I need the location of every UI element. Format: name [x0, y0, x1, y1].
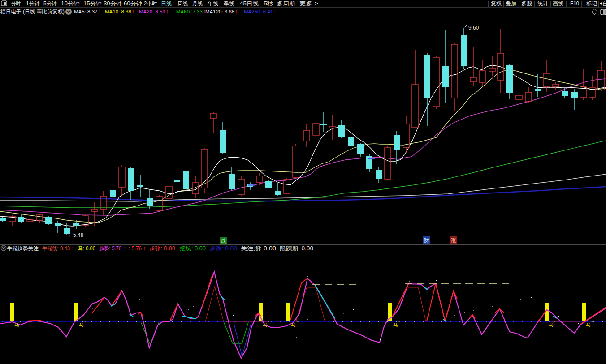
svg-text:MA10: 8.38: MA10: 8.38: [105, 9, 131, 14]
svg-text:↑: ↑: [166, 9, 169, 15]
svg-text:复权: 复权: [491, 0, 502, 7]
svg-text:马: 马: [14, 322, 19, 327]
svg-text:↑: ↑: [71, 245, 74, 252]
svg-text:↑: ↑: [123, 245, 126, 252]
svg-text:牛熊线: 8.43: 牛熊线: 8.43: [42, 245, 70, 252]
svg-text:2小时: 2小时: [144, 0, 157, 7]
svg-text:超跌: 0.00: 超跌: 0.00: [209, 245, 237, 252]
svg-text:多周期: 多周期: [277, 0, 295, 7]
svg-text:跌: 跌: [221, 238, 226, 244]
svg-text:←5.48: ←5.48: [68, 232, 84, 238]
svg-text:+自: +自: [600, 0, 606, 7]
svg-text:^: ^: [391, 320, 393, 323]
svg-text:15分钟: 15分钟: [83, 0, 102, 7]
svg-text:9.60: 9.60: [468, 25, 479, 31]
svg-text:涨: 涨: [450, 237, 456, 244]
svg-text:关注期: 0.00: 关注期: 0.00: [241, 245, 276, 252]
svg-text:MA120: 6.68: MA120: 6.68: [205, 9, 234, 14]
svg-text:超张: 0.00: 超张: 0.00: [149, 245, 175, 252]
svg-text:挖坑: 0.00: 挖坑: 0.00: [180, 245, 206, 252]
svg-text:马: 马: [263, 322, 268, 327]
svg-text:MA60: 7.33: MA60: 7.33: [176, 9, 203, 14]
svg-text:↑: ↑: [273, 9, 276, 15]
svg-text:日线: 日线: [161, 0, 172, 7]
svg-text:马: 马: [549, 322, 554, 327]
svg-text:↑: ↑: [235, 9, 238, 15]
svg-text:MA250: 6.41: MA250: 6.41: [244, 9, 273, 14]
svg-text:↑: ↑: [132, 9, 134, 15]
svg-text:年线: 年线: [208, 0, 218, 7]
svg-text:叠加: 叠加: [506, 0, 516, 7]
svg-text:马: 马: [393, 322, 398, 327]
svg-text:统计: 统计: [537, 0, 548, 7]
svg-text:MA20: 8.53: MA20: 8.53: [139, 9, 165, 14]
svg-text:↑: ↑: [143, 245, 146, 252]
svg-text:周线: 周线: [177, 0, 188, 7]
svg-text:更多 >: 更多 >: [299, 0, 318, 7]
svg-text:季线: 季线: [224, 0, 234, 7]
svg-text:MA5: 8.37: MA5: 8.37: [74, 9, 97, 14]
svg-text:马: 马: [586, 322, 591, 327]
svg-text:财: 财: [424, 237, 429, 244]
svg-text:10分钟: 10分钟: [61, 0, 80, 7]
svg-text:30分钟: 30分钟: [104, 0, 122, 7]
svg-text:45日线: 45日线: [240, 0, 259, 7]
svg-text:福日电子 (日线.等比前复权): 福日电子 (日线.等比前复权): [0, 9, 65, 15]
svg-text:60分钟: 60分钟: [124, 0, 142, 7]
svg-text:趋势: 5.76: 趋势: 5.76: [99, 245, 121, 252]
svg-text:分时: 分时: [11, 0, 21, 7]
svg-text:标记: 标记: [586, 0, 597, 7]
svg-text:↑: ↑: [98, 9, 101, 15]
svg-text:马: 马: [79, 322, 84, 327]
svg-text:1分钟: 1分钟: [26, 0, 40, 7]
svg-text:: 5.76: : 5.76: [129, 245, 142, 252]
svg-text:画线: 画线: [553, 0, 563, 7]
svg-text:马: 0.00: 马: 0.00: [78, 245, 95, 252]
svg-text:5秒: 5秒: [264, 0, 273, 7]
svg-text:月线: 月线: [192, 0, 203, 7]
svg-text:马: 马: [291, 322, 296, 327]
svg-text:多股: 多股: [521, 0, 532, 7]
svg-text:5分钟: 5分钟: [43, 0, 57, 7]
svg-text:牛熊趋势关注: 牛熊趋势关注: [7, 245, 39, 252]
svg-text:跟踪期: 0.00: 跟踪期: 0.00: [280, 245, 313, 252]
svg-text:F10: F10: [570, 0, 579, 7]
